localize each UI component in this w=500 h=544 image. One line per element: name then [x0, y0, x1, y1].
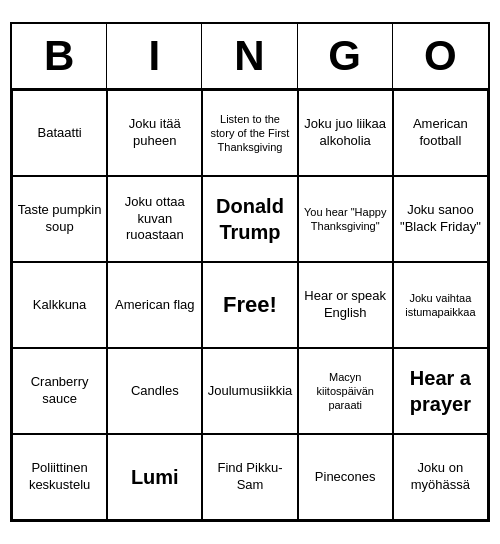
bingo-cell-18: Macyn kiitospäivän paraati: [298, 348, 393, 434]
bingo-header: BINGO: [12, 24, 488, 90]
bingo-cell-7: Donald Trump: [202, 176, 297, 262]
bingo-cell-0: Bataatti: [12, 90, 107, 176]
bingo-letter-B: B: [12, 24, 107, 88]
bingo-cell-3: Joku juo liikaa alkoholia: [298, 90, 393, 176]
bingo-cell-22: Find Pikku-Sam: [202, 434, 297, 520]
bingo-letter-N: N: [202, 24, 297, 88]
bingo-cell-9: Joku sanoo "Black Friday": [393, 176, 488, 262]
bingo-cell-17: Joulumusiikkia: [202, 348, 297, 434]
bingo-cell-21: Lumi: [107, 434, 202, 520]
bingo-cell-14: Joku vaihtaa istumapaikkaa: [393, 262, 488, 348]
bingo-cell-2: Listen to the story of the First Thanksg…: [202, 90, 297, 176]
bingo-letter-G: G: [298, 24, 393, 88]
bingo-cell-19: Hear a prayer: [393, 348, 488, 434]
bingo-cell-1: Joku itää puheen: [107, 90, 202, 176]
bingo-letter-I: I: [107, 24, 202, 88]
bingo-grid: BataattiJoku itää puheenListen to the st…: [12, 90, 488, 520]
bingo-cell-20: Poliittinen keskustelu: [12, 434, 107, 520]
bingo-cell-16: Candles: [107, 348, 202, 434]
bingo-cell-23: Pinecones: [298, 434, 393, 520]
bingo-cell-10: Kalkkuna: [12, 262, 107, 348]
bingo-card: BINGO BataattiJoku itää puheenListen to …: [10, 22, 490, 522]
bingo-cell-15: Cranberry sauce: [12, 348, 107, 434]
bingo-cell-8: You hear "Happy Thanksgiving": [298, 176, 393, 262]
bingo-letter-O: O: [393, 24, 488, 88]
bingo-cell-4: American football: [393, 90, 488, 176]
bingo-cell-11: American flag: [107, 262, 202, 348]
bingo-cell-5: Taste pumpkin soup: [12, 176, 107, 262]
bingo-cell-6: Joku ottaa kuvan ruoastaan: [107, 176, 202, 262]
bingo-cell-24: Joku on myöhässä: [393, 434, 488, 520]
bingo-cell-13: Hear or speak English: [298, 262, 393, 348]
bingo-cell-12: Free!: [202, 262, 297, 348]
